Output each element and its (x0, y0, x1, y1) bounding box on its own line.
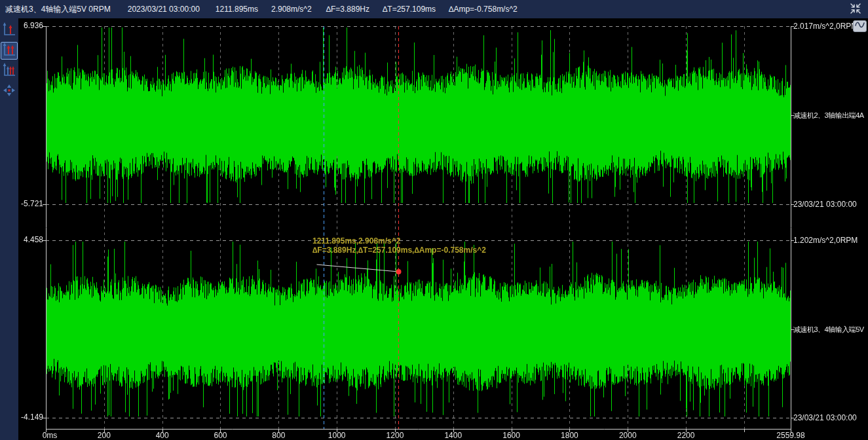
header-delta-amplitude: ∆Amp=-0.758m/s^2 (449, 5, 518, 14)
dual-trace-view-button[interactable] (1, 42, 18, 60)
collapse-arrows-icon (849, 2, 862, 17)
y-axis-max-label: 4.458 (18, 236, 43, 244)
right-amplitude-rpm-label: 1.202m/s^2,0RPM (793, 236, 858, 245)
right-timestamp-label: 23/03/21 03:00:00 (793, 200, 857, 209)
x-axis-tick-label: 1400 (430, 431, 476, 440)
waveform-display-button[interactable] (853, 20, 867, 32)
single-trace-icon (2, 22, 16, 40)
dual-trace-icon (2, 42, 16, 60)
right-channel-name-label: 减速机3、4轴输入端5V (793, 325, 864, 334)
header-delta-time: ∆T=257.109ms (383, 5, 436, 14)
toolbar-sidebar (0, 18, 18, 440)
header-channel-label: 减速机3、4轴输入端5V 0RPM (5, 4, 111, 15)
x-axis-tick-label: 200 (81, 431, 127, 440)
y-axis-min-label: -5.721 (18, 200, 43, 208)
x-axis-tick-label: 1600 (489, 431, 535, 440)
cursor-annotation-line1: 1211.895ms,2.908m/s^2 (312, 236, 486, 246)
pan-move-icon (2, 82, 16, 101)
x-axis-tick-label: 2000 (605, 431, 651, 440)
cursor-annotation-line2: ∆F=3.889Hz,∆T=257.109ms,∆Amp=-0.758m/s^2 (312, 246, 486, 255)
x-axis-tick-label: 2200 (663, 431, 709, 440)
x-axis-tick-label: 1800 (546, 431, 592, 440)
pan-tool-button[interactable] (1, 82, 18, 100)
x-axis-tick-label: 800 (255, 431, 301, 440)
triple-trace-icon (2, 62, 16, 81)
header-cursor-time: 1211.895ms (216, 5, 258, 14)
single-trace-view-button[interactable] (1, 22, 18, 39)
x-axis-tick-label: 400 (140, 431, 185, 440)
y-axis-max-label: 6.936 (18, 22, 43, 30)
right-amplitude-rpm-label: 2.017m/s^2,0RPM (793, 22, 858, 31)
right-timestamp-label: 23/03/21 03:00:00 (793, 414, 857, 422)
collapse-window-button[interactable] (848, 2, 863, 16)
cursor-annotation: 1211.895ms,2.908m/s^2 ∆F=3.889Hz,∆T=257.… (312, 236, 486, 255)
header-delta-frequency: ∆F=3.889Hz (326, 5, 369, 14)
x-axis-tick-label: 600 (197, 431, 243, 440)
triple-trace-view-button[interactable] (1, 62, 18, 80)
x-axis-tick-label: 0ms (27, 431, 73, 440)
waveform-plot-area[interactable]: 6.936-5.7212.017m/s^2,0RPM减速机2、3轴输出端4A23… (18, 18, 868, 440)
waveform-canvas[interactable] (18, 18, 868, 440)
sine-wave-icon (854, 20, 865, 32)
header-datetime: 2023/03/21 03:00:00 (128, 5, 200, 14)
y-axis-min-label: -4.149 (18, 413, 43, 422)
x-axis-tick-label: 1000 (314, 431, 360, 440)
x-axis-end-label: 2559.98 (768, 431, 814, 440)
right-channel-name-label: 减速机2、3轴输出端4A (793, 111, 864, 120)
x-axis-tick-label: 1200 (372, 431, 418, 440)
vibration-analyzer-window: 减速机3、4轴输入端5V 0RPM 2023/03/21 03:00:00 12… (0, 0, 868, 440)
header-cursor-amplitude: 2.908m/s^2 (271, 5, 312, 14)
header-bar: 减速机3、4轴输入端5V 0RPM 2023/03/21 03:00:00 12… (0, 0, 868, 18)
